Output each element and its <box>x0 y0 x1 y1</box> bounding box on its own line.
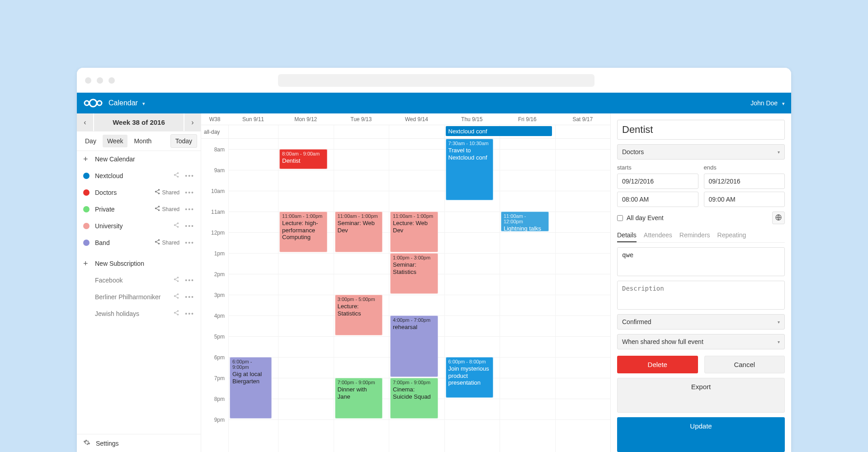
privacy-select[interactable]: When shared show full event ▾ <box>617 334 785 349</box>
subscription-item[interactable]: Facebook••• <box>77 272 201 288</box>
start-date-input[interactable] <box>617 174 698 189</box>
more-icon[interactable]: ••• <box>185 239 194 246</box>
calendar-name: Doctors <box>95 189 149 196</box>
share-icon <box>154 205 160 213</box>
tab-reminders[interactable]: Reminders <box>679 229 710 242</box>
status-select[interactable]: Confirmed ▾ <box>617 314 785 330</box>
hour-label: 3pm <box>202 292 225 298</box>
subscription-item[interactable]: Berliner Philharmoniker••• <box>77 288 201 305</box>
calendar-event[interactable]: 6:00pm - 9:00pmGig at local Biergarten <box>230 357 272 419</box>
svg-point-1 <box>90 99 97 107</box>
calendar-event[interactable]: 11:00am - 1:00pmSeminar: Web Dev <box>335 212 383 252</box>
delete-button[interactable]: Delete <box>617 356 698 373</box>
allday-checkbox-wrap[interactable]: All day Event <box>617 214 664 221</box>
address-bar[interactable] <box>278 74 594 87</box>
calendar-event[interactable]: 7:00pm - 9:00pmCinema: Suicide Squad <box>390 378 438 419</box>
sidebar: ‹ Week 38 of 2016 › Day Week Month Today… <box>77 113 201 452</box>
event-calendar-select[interactable]: Doctors ▾ <box>617 144 785 160</box>
subscription-name: Facebook <box>95 277 168 284</box>
today-button[interactable]: Today <box>170 134 197 148</box>
prev-week-button[interactable]: ‹ <box>77 113 93 131</box>
nextcloud-logo-icon[interactable] <box>83 98 103 108</box>
view-switcher: Day Week Month Today <box>77 132 201 151</box>
week-label[interactable]: Week 38 of 2016 <box>94 113 184 131</box>
calendar-event[interactable]: 7:30am - 10:30amTravel to Nextcloud conf <box>446 139 494 200</box>
event-title: Lecture: high-performance Computing <box>282 220 318 240</box>
window-dot[interactable] <box>85 77 91 84</box>
view-day-button[interactable]: Day <box>80 135 101 147</box>
end-date-input[interactable] <box>704 174 785 189</box>
user-menu[interactable]: John Doe ▾ <box>750 99 785 107</box>
app-switcher[interactable]: Calendar ▾ <box>108 99 145 107</box>
window-dot[interactable] <box>108 77 115 84</box>
next-week-button[interactable]: › <box>184 113 201 131</box>
subscription-item[interactable]: Jewish holidays••• <box>77 305 201 322</box>
calendar-event[interactable]: 11:00am - 1:00pmLecture: Web Dev <box>390 212 438 252</box>
location-input[interactable]: qwe <box>617 247 785 276</box>
tab-details[interactable]: Details <box>617 229 637 242</box>
end-time-input[interactable] <box>704 192 785 207</box>
ends-label: ends <box>704 164 785 171</box>
more-icon[interactable]: ••• <box>185 310 194 317</box>
hour-label: 6pm <box>202 354 225 361</box>
event-time: 11:00am - 1:00pm <box>338 213 380 219</box>
event-time: 6:00pm - 8:00pm <box>448 359 491 364</box>
tab-repeating[interactable]: Repeating <box>717 229 746 242</box>
calendar-event[interactable]: 11:00am - 12:00pmLightning talks <box>501 212 549 231</box>
description-input[interactable] <box>617 281 785 310</box>
calendar-event[interactable]: 11:00am - 1:00pmLecture: high-performanc… <box>279 212 327 252</box>
event-title-input[interactable] <box>617 120 785 140</box>
start-time-input[interactable] <box>617 192 698 207</box>
event-title: Travel to Nextcloud conf <box>448 147 487 161</box>
calendar-item[interactable]: PrivateShared••• <box>77 201 201 217</box>
calendar-event[interactable]: 4:00pm - 7:00pmrehearsal <box>390 315 438 377</box>
calendar-event[interactable]: 8:00am - 9:00amDentist <box>279 149 327 169</box>
calendar-item[interactable]: Nextcloud••• <box>77 167 201 184</box>
new-calendar-button[interactable]: + New Calendar <box>77 151 201 167</box>
event-time: 7:30am - 10:30am <box>448 141 491 146</box>
calendar-body[interactable]: 8am9am10am11am12pm1pm2pm3pm4pm5pm6pm7pm8… <box>201 139 610 452</box>
share-icon[interactable] <box>173 222 179 230</box>
allday-row: all-day Nextcloud conf <box>201 125 610 139</box>
share-icon[interactable] <box>173 276 179 284</box>
more-icon[interactable]: ••• <box>185 277 194 284</box>
calendar-color-dot <box>83 206 90 212</box>
calendar-event[interactable]: 6:00pm - 8:00pmJoin mysterious product p… <box>446 357 494 398</box>
allday-checkbox[interactable] <box>617 215 623 221</box>
share-icon[interactable] <box>173 293 179 301</box>
hour-label: 7pm <box>202 375 225 381</box>
allday-event[interactable]: Nextcloud conf <box>446 126 552 136</box>
more-icon[interactable]: ••• <box>185 206 194 213</box>
window-dot[interactable] <box>97 77 103 84</box>
settings-button[interactable]: Settings <box>77 434 201 452</box>
timezone-button[interactable] <box>772 212 785 224</box>
window-controls <box>85 77 115 84</box>
calendar-item[interactable]: BandShared••• <box>77 234 201 251</box>
day-header: Sun 9/11 <box>228 116 278 122</box>
svg-point-6 <box>158 189 160 191</box>
more-icon[interactable]: ••• <box>185 189 194 196</box>
week-navigator: ‹ Week 38 of 2016 › <box>77 113 201 132</box>
cancel-button[interactable]: Cancel <box>704 356 785 373</box>
new-subscription-button[interactable]: + New Subscription <box>77 255 201 272</box>
calendar-event[interactable]: 7:00pm - 9:00pmDinner with Jane <box>335 378 383 419</box>
calendar-item[interactable]: University••• <box>77 217 201 234</box>
more-icon[interactable]: ••• <box>185 222 194 230</box>
view-month-button[interactable]: Month <box>129 135 156 147</box>
calendar-event[interactable]: 3:00pm - 5:00pmLecture: Statistics <box>335 295 383 335</box>
calendar-event[interactable]: 1:00pm - 3:00pmSeminar: Statistics <box>390 253 438 294</box>
more-icon[interactable]: ••• <box>185 172 194 179</box>
tab-attendees[interactable]: Attendees <box>644 229 672 242</box>
export-button[interactable]: Export <box>617 378 785 413</box>
share-icon[interactable] <box>173 310 179 317</box>
calendar-color-dot <box>83 223 90 229</box>
more-icon[interactable]: ••• <box>185 293 194 301</box>
update-button[interactable]: Update <box>617 417 785 452</box>
event-time: 4:00pm - 7:00pm <box>393 317 435 323</box>
plus-icon: + <box>83 156 90 162</box>
share-icon <box>154 239 160 246</box>
event-title: Cinema: Suicide Squad <box>393 386 431 400</box>
calendar-item[interactable]: DoctorsShared••• <box>77 184 201 201</box>
share-icon[interactable] <box>173 172 179 179</box>
view-week-button[interactable]: Week <box>103 135 128 147</box>
